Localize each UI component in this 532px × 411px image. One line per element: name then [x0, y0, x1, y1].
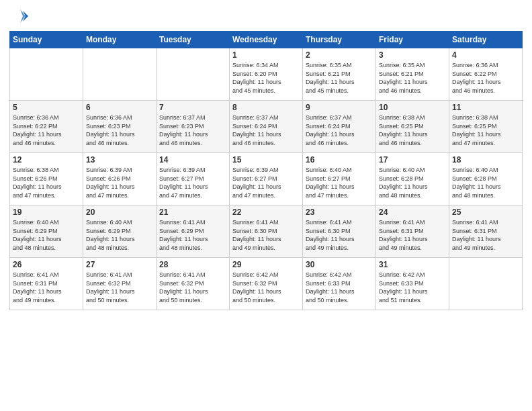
day-number: 17	[379, 155, 446, 165]
day-info: Sunrise: 6:36 AM Sunset: 6:22 PM Dayligh…	[13, 113, 80, 147]
day-info: Sunrise: 6:38 AM Sunset: 6:26 PM Dayligh…	[13, 166, 80, 199]
day-info: Sunrise: 6:42 AM Sunset: 6:33 PM Dayligh…	[306, 271, 373, 304]
day-cell: 4Sunrise: 6:36 AM Sunset: 6:22 PM Daylig…	[449, 48, 523, 101]
day-info: Sunrise: 6:38 AM Sunset: 6:25 PM Dayligh…	[379, 113, 446, 147]
day-info: Sunrise: 6:40 AM Sunset: 6:27 PM Dayligh…	[306, 166, 373, 199]
day-cell: 31Sunrise: 6:42 AM Sunset: 6:33 PM Dayli…	[376, 258, 449, 310]
day-cell: 25Sunrise: 6:41 AM Sunset: 6:31 PM Dayli…	[449, 205, 523, 258]
weekday-header-sunday: Sunday	[10, 32, 83, 48]
day-number: 23	[306, 208, 373, 217]
week-row-4: 26Sunrise: 6:41 AM Sunset: 6:31 PM Dayli…	[10, 258, 523, 310]
day-cell: 7Sunrise: 6:37 AM Sunset: 6:23 PM Daylig…	[157, 101, 230, 153]
day-cell: 1Sunrise: 6:34 AM Sunset: 6:20 PM Daylig…	[230, 48, 303, 101]
day-number: 30	[306, 260, 373, 269]
page: SundayMondayTuesdayWednesdayThursdayFrid…	[0, 0, 532, 411]
day-info: Sunrise: 6:41 AM Sunset: 6:32 PM Dayligh…	[159, 271, 226, 304]
day-number: 10	[379, 103, 446, 112]
day-cell: 14Sunrise: 6:39 AM Sunset: 6:27 PM Dayli…	[157, 153, 230, 205]
day-info: Sunrise: 6:39 AM Sunset: 6:26 PM Dayligh…	[86, 166, 153, 199]
day-info: Sunrise: 6:41 AM Sunset: 6:29 PM Dayligh…	[159, 218, 226, 252]
weekday-header-thursday: Thursday	[303, 32, 376, 48]
day-info: Sunrise: 6:35 AM Sunset: 6:21 PM Dayligh…	[306, 61, 373, 95]
day-info: Sunrise: 6:35 AM Sunset: 6:21 PM Dayligh…	[379, 61, 446, 95]
svg-marker-1	[20, 9, 26, 23]
day-cell: 13Sunrise: 6:39 AM Sunset: 6:26 PM Dayli…	[83, 153, 157, 205]
day-number: 12	[13, 155, 80, 165]
day-number: 15	[232, 155, 300, 165]
day-cell: 8Sunrise: 6:37 AM Sunset: 6:24 PM Daylig…	[230, 101, 303, 153]
day-number: 21	[159, 208, 226, 217]
day-number: 27	[86, 260, 153, 269]
day-cell: 15Sunrise: 6:39 AM Sunset: 6:27 PM Dayli…	[230, 153, 303, 205]
day-cell: 26Sunrise: 6:41 AM Sunset: 6:31 PM Dayli…	[10, 258, 83, 310]
day-number: 2	[306, 50, 373, 60]
day-number: 9	[306, 103, 373, 112]
day-cell: 27Sunrise: 6:41 AM Sunset: 6:32 PM Dayli…	[83, 258, 157, 310]
day-cell: 20Sunrise: 6:40 AM Sunset: 6:29 PM Dayli…	[83, 205, 157, 258]
day-info: Sunrise: 6:38 AM Sunset: 6:25 PM Dayligh…	[452, 113, 519, 147]
day-number: 14	[159, 155, 226, 165]
day-cell: 5Sunrise: 6:36 AM Sunset: 6:22 PM Daylig…	[10, 101, 83, 153]
day-cell: 2Sunrise: 6:35 AM Sunset: 6:21 PM Daylig…	[303, 48, 376, 101]
logo	[9, 7, 30, 26]
day-cell: 16Sunrise: 6:40 AM Sunset: 6:27 PM Dayli…	[303, 153, 376, 205]
day-cell: 11Sunrise: 6:38 AM Sunset: 6:25 PM Dayli…	[449, 101, 523, 153]
day-cell: 30Sunrise: 6:42 AM Sunset: 6:33 PM Dayli…	[303, 258, 376, 310]
weekday-header-saturday: Saturday	[449, 32, 523, 48]
header	[9, 7, 523, 26]
day-number: 3	[379, 50, 446, 60]
day-number: 18	[452, 155, 519, 165]
weekday-header-monday: Monday	[83, 32, 157, 48]
day-number: 8	[232, 103, 300, 112]
day-info: Sunrise: 6:41 AM Sunset: 6:32 PM Dayligh…	[86, 271, 153, 304]
day-info: Sunrise: 6:40 AM Sunset: 6:28 PM Dayligh…	[452, 166, 519, 199]
day-number: 31	[379, 260, 446, 269]
day-number: 5	[13, 103, 80, 112]
day-info: Sunrise: 6:41 AM Sunset: 6:30 PM Dayligh…	[306, 218, 373, 252]
day-info: Sunrise: 6:40 AM Sunset: 6:29 PM Dayligh…	[86, 218, 153, 252]
day-number: 24	[379, 208, 446, 217]
day-cell: 28Sunrise: 6:41 AM Sunset: 6:32 PM Dayli…	[157, 258, 230, 310]
day-number: 1	[232, 50, 300, 60]
logo-icon	[9, 7, 28, 26]
weekday-header-wednesday: Wednesday	[230, 32, 303, 48]
day-info: Sunrise: 6:34 AM Sunset: 6:20 PM Dayligh…	[232, 61, 300, 95]
day-number: 25	[452, 208, 519, 217]
day-number: 11	[452, 103, 519, 112]
day-number: 26	[13, 260, 80, 269]
day-number: 13	[86, 155, 153, 165]
day-info: Sunrise: 6:40 AM Sunset: 6:29 PM Dayligh…	[13, 218, 80, 252]
day-number: 28	[159, 260, 226, 269]
day-info: Sunrise: 6:41 AM Sunset: 6:30 PM Dayligh…	[232, 218, 300, 252]
day-cell: 29Sunrise: 6:42 AM Sunset: 6:32 PM Dayli…	[230, 258, 303, 310]
day-cell: 9Sunrise: 6:37 AM Sunset: 6:24 PM Daylig…	[303, 101, 376, 153]
day-number: 6	[86, 103, 153, 112]
weekday-header-tuesday: Tuesday	[157, 32, 230, 48]
day-number: 4	[452, 50, 519, 60]
day-info: Sunrise: 6:40 AM Sunset: 6:28 PM Dayligh…	[379, 166, 446, 199]
day-cell	[157, 48, 230, 101]
week-row-2: 12Sunrise: 6:38 AM Sunset: 6:26 PM Dayli…	[10, 153, 523, 205]
calendar: SundayMondayTuesdayWednesdayThursdayFrid…	[9, 31, 523, 310]
day-info: Sunrise: 6:41 AM Sunset: 6:31 PM Dayligh…	[452, 218, 519, 252]
day-cell	[10, 48, 83, 101]
day-info: Sunrise: 6:36 AM Sunset: 6:23 PM Dayligh…	[86, 113, 153, 147]
day-number: 22	[232, 208, 300, 217]
day-info: Sunrise: 6:37 AM Sunset: 6:24 PM Dayligh…	[232, 113, 300, 147]
day-number: 7	[159, 103, 226, 112]
day-cell: 24Sunrise: 6:41 AM Sunset: 6:31 PM Dayli…	[376, 205, 449, 258]
day-cell: 17Sunrise: 6:40 AM Sunset: 6:28 PM Dayli…	[376, 153, 449, 205]
day-info: Sunrise: 6:41 AM Sunset: 6:31 PM Dayligh…	[13, 271, 80, 304]
day-number: 19	[13, 208, 80, 217]
week-row-0: 1Sunrise: 6:34 AM Sunset: 6:20 PM Daylig…	[10, 48, 523, 101]
day-cell: 18Sunrise: 6:40 AM Sunset: 6:28 PM Dayli…	[449, 153, 523, 205]
day-info: Sunrise: 6:41 AM Sunset: 6:31 PM Dayligh…	[379, 218, 446, 252]
day-number: 29	[232, 260, 300, 269]
day-number: 16	[306, 155, 373, 165]
day-cell: 23Sunrise: 6:41 AM Sunset: 6:30 PM Dayli…	[303, 205, 376, 258]
day-cell: 21Sunrise: 6:41 AM Sunset: 6:29 PM Dayli…	[157, 205, 230, 258]
day-info: Sunrise: 6:42 AM Sunset: 6:32 PM Dayligh…	[232, 271, 300, 304]
day-info: Sunrise: 6:39 AM Sunset: 6:27 PM Dayligh…	[159, 166, 226, 199]
day-cell	[83, 48, 157, 101]
weekday-header-friday: Friday	[376, 32, 449, 48]
